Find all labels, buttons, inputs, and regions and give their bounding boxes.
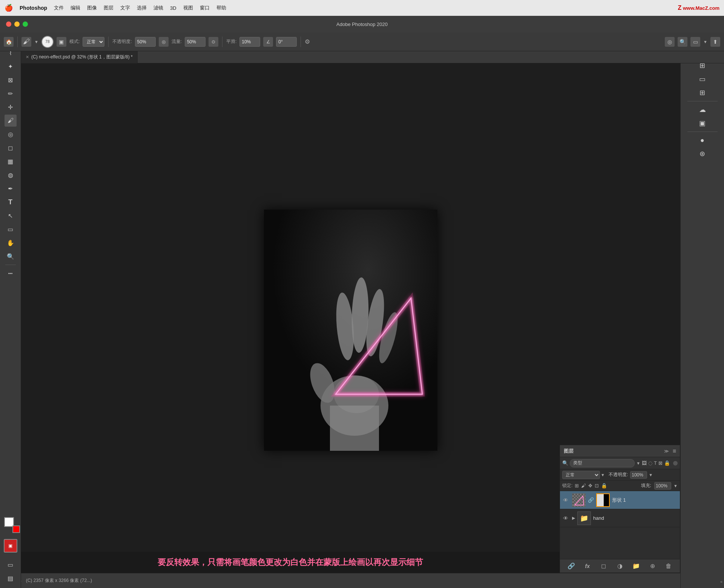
screen-mode-2-icon[interactable]: ▤: [5, 572, 17, 584]
menu-edit[interactable]: 编辑: [71, 5, 80, 11]
brush-mode-icon[interactable]: ▣: [57, 37, 66, 47]
lock-all-icon[interactable]: 🔒: [601, 483, 607, 488]
brush-tool-left-icon[interactable]: 🖌: [5, 115, 17, 127]
smooth-input[interactable]: [239, 37, 260, 47]
layers-expand-icon[interactable]: ≫: [664, 449, 669, 454]
document-canvas[interactable]: [264, 210, 437, 451]
foreground-background-colors[interactable]: [4, 517, 17, 530]
layers-filter-icon-2[interactable]: ◌: [648, 460, 652, 466]
eyedropper-tool-icon[interactable]: ✏: [5, 87, 17, 100]
layers-blend-arrow-icon: ▼: [601, 473, 605, 477]
menu-help[interactable]: 帮助: [216, 5, 226, 11]
menu-text[interactable]: 文字: [120, 5, 130, 11]
menu-layer[interactable]: 图层: [104, 5, 114, 11]
quick-mask-icon[interactable]: ▣: [4, 539, 17, 553]
lock-transparency-icon[interactable]: ⊞: [575, 483, 579, 488]
layers-type-filter[interactable]: [570, 459, 635, 467]
view-arrow-icon: ▼: [703, 40, 707, 44]
flow-icon[interactable]: ⊙: [209, 37, 218, 47]
opacity-brush-icon[interactable]: ◎: [159, 37, 169, 47]
layers-filter-icon-5[interactable]: 🔒: [664, 460, 670, 466]
gradient-tool-icon[interactable]: ▦: [5, 155, 17, 167]
target-icon[interactable]: ◎: [665, 37, 675, 47]
tab-close-button[interactable]: ✕: [26, 55, 29, 60]
angle-icon[interactable]: ∠: [263, 37, 273, 47]
crop-tool-icon[interactable]: ⊠: [5, 74, 17, 86]
patterns-panel-icon[interactable]: ⊞: [696, 87, 709, 99]
search-icon[interactable]: 🔍: [678, 37, 687, 47]
layer-new-button[interactable]: ⊕: [648, 562, 657, 571]
path-select-tool-icon[interactable]: ↖: [5, 210, 17, 222]
lock-paint-icon[interactable]: 🖌: [581, 483, 586, 488]
magic-wand-tool-icon[interactable]: ✦: [5, 60, 17, 72]
layer-thumb-svg: [572, 494, 586, 507]
layer-delete-button[interactable]: 🗑: [664, 562, 673, 571]
layers-filter-icon-3[interactable]: T: [654, 460, 657, 466]
menu-view[interactable]: 视图: [183, 5, 193, 11]
layers-filter-toggle[interactable]: [673, 461, 678, 466]
layers-blend-mode-select[interactable]: 正常: [562, 471, 600, 479]
paths-panel-icon[interactable]: ⊛: [696, 148, 709, 160]
layer-visibility-eye-2[interactable]: 👁: [563, 515, 570, 521]
panel-bottom-collapse-icon[interactable]: «: [720, 579, 722, 584]
channels-panel-icon[interactable]: ●: [696, 134, 709, 146]
pen-tool-icon[interactable]: ✒: [5, 182, 17, 194]
menu-filter[interactable]: 滤镜: [153, 5, 163, 11]
menu-image[interactable]: 图像: [87, 5, 97, 11]
layer-adjustment-button[interactable]: ◑: [615, 562, 624, 571]
minimize-button[interactable]: [14, 21, 20, 27]
close-button[interactable]: [6, 21, 11, 27]
active-tab[interactable]: ✕ (C) neon-effect.psd @ 32% (形状 1，图层蒙版/8…: [21, 51, 138, 63]
menu-file[interactable]: 文件: [54, 5, 64, 11]
lock-artboard-icon[interactable]: ⊡: [595, 483, 599, 488]
flow-input[interactable]: [185, 37, 206, 47]
toolbar-divider-1: [17, 37, 18, 47]
lock-move-icon[interactable]: ✥: [588, 483, 592, 488]
screen-mode-1-icon[interactable]: ▭: [5, 559, 17, 571]
clone-stamp-tool-icon[interactable]: ◎: [5, 128, 17, 140]
layers-fill-input[interactable]: [654, 482, 671, 490]
type-tool-icon[interactable]: T: [5, 196, 17, 208]
gradients-panel-icon[interactable]: ▭: [696, 73, 709, 85]
healing-tool-icon[interactable]: ✛: [5, 101, 17, 113]
background-color-swatch[interactable]: [12, 525, 20, 533]
layers-filter-icon-1[interactable]: 🖼: [642, 460, 647, 466]
zoom-tool-icon[interactable]: 🔍: [5, 250, 17, 262]
maximize-button[interactable]: [23, 21, 28, 27]
adjustments-panel-icon[interactable]: ▣: [696, 117, 709, 129]
settings-gear-icon[interactable]: ⚙: [305, 38, 310, 45]
blend-mode-select[interactable]: 正常: [83, 37, 104, 47]
layer-mask-button[interactable]: ◻: [599, 562, 608, 571]
menu-3d[interactable]: 3D: [170, 5, 176, 11]
layers-menu-icon[interactable]: ≡: [673, 448, 676, 455]
menu-select[interactable]: 选择: [137, 5, 147, 11]
layer-visibility-eye-1[interactable]: 👁: [563, 497, 570, 503]
layer-row-shape1[interactable]: 👁 🔗 形状 1: [560, 491, 680, 509]
layers-filter-arrow-icon[interactable]: ▼: [636, 461, 640, 466]
dodge-burn-tool-icon[interactable]: ◍: [5, 169, 17, 181]
angle-input[interactable]: [276, 37, 297, 47]
brush-tool-icon[interactable]: 🖌: [21, 37, 31, 47]
shape-tool-icon[interactable]: ▭: [5, 223, 17, 235]
hand-tool-icon[interactable]: ✋: [5, 237, 17, 249]
more-tools-icon[interactable]: •••: [5, 267, 17, 279]
layers-title: 图层: [564, 448, 662, 455]
layers-filter-icon-4[interactable]: ⊠: [658, 460, 663, 466]
export-icon[interactable]: ⬆: [710, 37, 720, 47]
layers-opacity-label: 不透明度:: [609, 472, 628, 478]
layer-fx-button[interactable]: fx: [583, 562, 592, 571]
layer-new-group-button[interactable]: 📁: [632, 562, 641, 571]
opacity-input[interactable]: [135, 37, 156, 47]
properties-panel-icon[interactable]: ☁: [696, 104, 709, 116]
brush-size-preview[interactable]: 78: [41, 36, 54, 48]
layers-opacity-input[interactable]: [630, 471, 647, 479]
eraser-tool-icon[interactable]: ◻: [5, 142, 17, 154]
layer-link-button[interactable]: 🔗: [567, 562, 576, 571]
layer-expand-arrow-icon[interactable]: ▶: [572, 516, 575, 521]
menu-window[interactable]: 窗口: [200, 5, 210, 11]
home-icon[interactable]: 🏠: [4, 37, 14, 47]
layer-chain-icon-1[interactable]: 🔗: [588, 497, 594, 503]
view-icon[interactable]: ▭: [690, 37, 700, 47]
apple-logo-icon[interactable]: 🍎: [5, 4, 13, 12]
layer-row-hand[interactable]: 👁 ▶ 📁 hand: [560, 509, 680, 527]
